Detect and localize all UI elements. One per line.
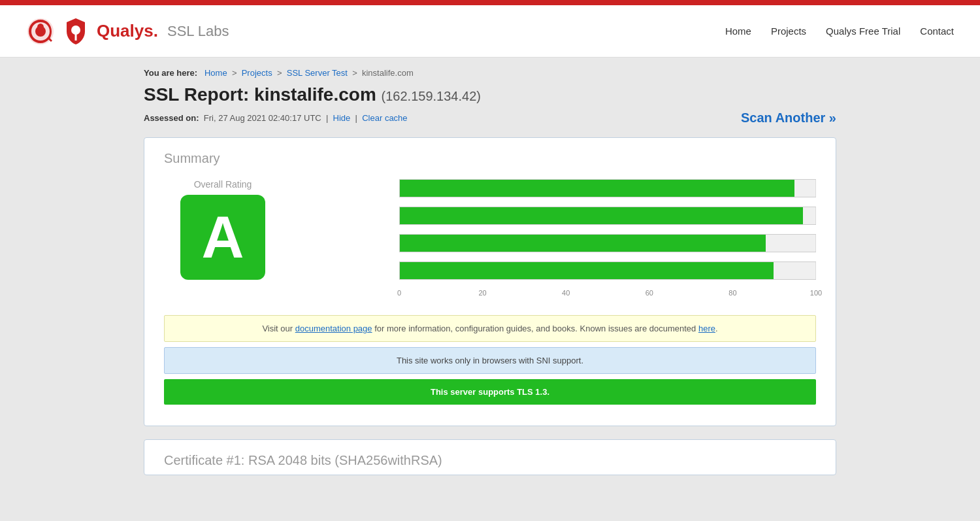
assessed-info: Assessed on: Fri, 27 Aug 2021 02:40:17 U… [144,113,408,123]
bar-fill [400,235,766,252]
qualys-shield [61,17,90,46]
grade-letter: A [202,208,244,267]
grade-box: A [180,195,265,280]
rating-chart-area: Overall Rating A CertificateProtocol Sup… [164,179,816,299]
site-header: Qualys. SSL Labs Home Projects Qualys Fr… [0,5,980,58]
nav-projects[interactable]: Projects [771,25,806,37]
page-title: SSL Report: kinstalife.com (162.159.134.… [144,84,836,105]
bar-track [399,207,816,225]
hide-link[interactable]: Hide [333,113,351,123]
pipe-separator2: | [355,113,357,123]
bar-track [399,234,816,252]
summary-title: Summary [164,151,816,166]
clear-cache-link[interactable]: Clear cache [362,113,407,123]
nav-home[interactable]: Home [725,25,751,37]
breadcrumb-current: kinstalife.com [362,68,414,78]
bar-fill [400,180,794,197]
bar-row: Certificate [399,179,816,197]
info-box-yellow: Visit our documentation page for more in… [164,315,816,342]
cert-title: Certificate #1: RSA 2048 bits (SHA256wit… [164,453,816,468]
bar-fill [400,262,774,279]
info-box-blue: This site works only in browsers with SN… [164,347,816,374]
doc-page-link[interactable]: documentation page [295,324,372,333]
info-box-green: This server supports TLS 1.3. [164,379,816,405]
main-nav: Home Projects Qualys Free Trial Contact [725,25,954,37]
top-red-bar [0,0,980,5]
scan-another-link[interactable]: Scan Another » [741,110,836,126]
svg-point-2 [71,25,80,35]
bar-track [399,179,816,197]
bar-row: Key Exchange [399,234,816,252]
breadcrumb-home[interactable]: Home [204,68,227,78]
overall-rating-label: Overall Rating [194,179,252,190]
nav-contact[interactable]: Contact [920,25,954,37]
rating-block: Overall Rating A [164,179,282,280]
pipe-separator: | [326,113,328,123]
cert-card: Certificate #1: RSA 2048 bits (SHA256wit… [144,439,836,475]
assessed-row: Assessed on: Fri, 27 Aug 2021 02:40:17 U… [144,110,836,126]
logo-area: Qualys. SSL Labs [26,17,229,46]
assessed-date: Fri, 27 Aug 2021 02:40:17 UTC [204,113,321,123]
breadcrumb-ssl-server-test[interactable]: SSL Server Test [287,68,348,78]
nav-free-trial[interactable]: Qualys Free Trial [826,25,900,37]
logo-brand-text: Qualys. [97,21,158,41]
logo-sub-text: SSL Labs [167,23,229,40]
bar-row: Protocol Support [399,207,816,225]
chart-axis: 020406080100 [399,289,816,299]
bar-fill [400,207,803,224]
page-ip: (162.159.134.42) [382,89,481,103]
bar-track [399,261,816,280]
breadcrumb: You are here: Home > Projects > SSL Serv… [144,68,836,78]
bar-chart: CertificateProtocol SupportKey ExchangeC… [321,179,816,299]
main-content: You are here: Home > Projects > SSL Serv… [131,58,849,501]
breadcrumb-prefix: You are here: [144,68,197,78]
summary-card: Summary Overall Rating A CertificateProt… [144,137,836,426]
bar-row: Cipher Strength [399,261,816,280]
breadcrumb-projects[interactable]: Projects [242,68,272,78]
qualys-logo-icon [26,17,55,46]
chart-inner: CertificateProtocol SupportKey ExchangeC… [321,179,816,280]
known-issues-link[interactable]: here [698,324,715,333]
